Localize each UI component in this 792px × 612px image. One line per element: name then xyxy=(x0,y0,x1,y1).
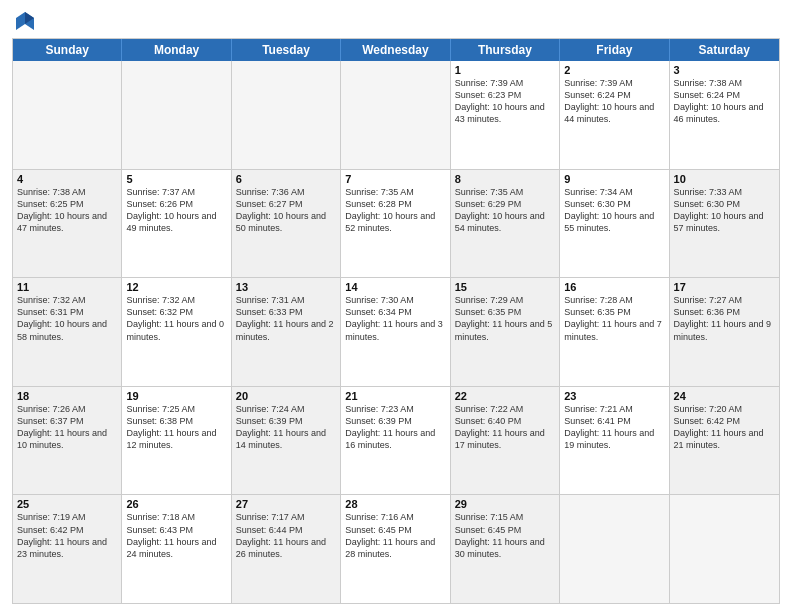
cell-text-r1-c5: Sunrise: 7:34 AM Sunset: 6:30 PM Dayligh… xyxy=(564,186,664,235)
logo-icon xyxy=(16,10,34,32)
cell-text-r3-c2: Sunrise: 7:24 AM Sunset: 6:39 PM Dayligh… xyxy=(236,403,336,452)
calendar-cell-r0-c3 xyxy=(341,61,450,169)
day-number-r1-c2: 6 xyxy=(236,173,336,185)
calendar-cell-r0-c1 xyxy=(122,61,231,169)
day-number-r0-c5: 2 xyxy=(564,64,664,76)
calendar-cell-r3-c3: 21Sunrise: 7:23 AM Sunset: 6:39 PM Dayli… xyxy=(341,387,450,495)
calendar-cell-r4-c6 xyxy=(670,495,779,603)
calendar-cell-r1-c2: 6Sunrise: 7:36 AM Sunset: 6:27 PM Daylig… xyxy=(232,170,341,278)
day-number-r2-c2: 13 xyxy=(236,281,336,293)
cell-text-r1-c2: Sunrise: 7:36 AM Sunset: 6:27 PM Dayligh… xyxy=(236,186,336,235)
day-number-r3-c0: 18 xyxy=(17,390,117,402)
cell-text-r0-c4: Sunrise: 7:39 AM Sunset: 6:23 PM Dayligh… xyxy=(455,77,555,126)
header-saturday: Saturday xyxy=(670,39,779,61)
calendar-cell-r0-c5: 2Sunrise: 7:39 AM Sunset: 6:24 PM Daylig… xyxy=(560,61,669,169)
day-number-r3-c4: 22 xyxy=(455,390,555,402)
day-number-r4-c2: 27 xyxy=(236,498,336,510)
header-tuesday: Tuesday xyxy=(232,39,341,61)
cell-text-r4-c3: Sunrise: 7:16 AM Sunset: 6:45 PM Dayligh… xyxy=(345,511,445,560)
calendar-cell-r2-c4: 15Sunrise: 7:29 AM Sunset: 6:35 PM Dayli… xyxy=(451,278,560,386)
calendar-cell-r3-c4: 22Sunrise: 7:22 AM Sunset: 6:40 PM Dayli… xyxy=(451,387,560,495)
cell-text-r3-c3: Sunrise: 7:23 AM Sunset: 6:39 PM Dayligh… xyxy=(345,403,445,452)
day-number-r4-c1: 26 xyxy=(126,498,226,510)
calendar-cell-r4-c1: 26Sunrise: 7:18 AM Sunset: 6:43 PM Dayli… xyxy=(122,495,231,603)
day-number-r3-c2: 20 xyxy=(236,390,336,402)
cell-text-r0-c6: Sunrise: 7:38 AM Sunset: 6:24 PM Dayligh… xyxy=(674,77,775,126)
calendar-cell-r2-c5: 16Sunrise: 7:28 AM Sunset: 6:35 PM Dayli… xyxy=(560,278,669,386)
calendar: Sunday Monday Tuesday Wednesday Thursday… xyxy=(12,38,780,604)
calendar-cell-r2-c2: 13Sunrise: 7:31 AM Sunset: 6:33 PM Dayli… xyxy=(232,278,341,386)
header-friday: Friday xyxy=(560,39,669,61)
page-container: Sunday Monday Tuesday Wednesday Thursday… xyxy=(0,0,792,612)
day-number-r2-c3: 14 xyxy=(345,281,445,293)
cell-text-r4-c2: Sunrise: 7:17 AM Sunset: 6:44 PM Dayligh… xyxy=(236,511,336,560)
calendar-cell-r4-c0: 25Sunrise: 7:19 AM Sunset: 6:42 PM Dayli… xyxy=(13,495,122,603)
calendar-cell-r3-c5: 23Sunrise: 7:21 AM Sunset: 6:41 PM Dayli… xyxy=(560,387,669,495)
calendar-cell-r0-c0 xyxy=(13,61,122,169)
calendar-cell-r0-c6: 3Sunrise: 7:38 AM Sunset: 6:24 PM Daylig… xyxy=(670,61,779,169)
cell-text-r3-c1: Sunrise: 7:25 AM Sunset: 6:38 PM Dayligh… xyxy=(126,403,226,452)
logo xyxy=(12,10,36,32)
cell-text-r1-c0: Sunrise: 7:38 AM Sunset: 6:25 PM Dayligh… xyxy=(17,186,117,235)
calendar-cell-r0-c2 xyxy=(232,61,341,169)
cell-text-r0-c5: Sunrise: 7:39 AM Sunset: 6:24 PM Dayligh… xyxy=(564,77,664,126)
day-number-r1-c3: 7 xyxy=(345,173,445,185)
cell-text-r4-c1: Sunrise: 7:18 AM Sunset: 6:43 PM Dayligh… xyxy=(126,511,226,560)
cell-text-r2-c2: Sunrise: 7:31 AM Sunset: 6:33 PM Dayligh… xyxy=(236,294,336,343)
header xyxy=(12,10,780,32)
cell-text-r1-c6: Sunrise: 7:33 AM Sunset: 6:30 PM Dayligh… xyxy=(674,186,775,235)
day-number-r4-c4: 29 xyxy=(455,498,555,510)
calendar-cell-r2-c1: 12Sunrise: 7:32 AM Sunset: 6:32 PM Dayli… xyxy=(122,278,231,386)
calendar-cell-r1-c1: 5Sunrise: 7:37 AM Sunset: 6:26 PM Daylig… xyxy=(122,170,231,278)
calendar-cell-r0-c4: 1Sunrise: 7:39 AM Sunset: 6:23 PM Daylig… xyxy=(451,61,560,169)
day-number-r1-c4: 8 xyxy=(455,173,555,185)
day-number-r3-c1: 19 xyxy=(126,390,226,402)
calendar-header: Sunday Monday Tuesday Wednesday Thursday… xyxy=(13,39,779,61)
cell-text-r1-c1: Sunrise: 7:37 AM Sunset: 6:26 PM Dayligh… xyxy=(126,186,226,235)
day-number-r0-c6: 3 xyxy=(674,64,775,76)
day-number-r2-c1: 12 xyxy=(126,281,226,293)
cell-text-r4-c4: Sunrise: 7:15 AM Sunset: 6:45 PM Dayligh… xyxy=(455,511,555,560)
day-number-r0-c4: 1 xyxy=(455,64,555,76)
cell-text-r4-c0: Sunrise: 7:19 AM Sunset: 6:42 PM Dayligh… xyxy=(17,511,117,560)
header-thursday: Thursday xyxy=(451,39,560,61)
cell-text-r3-c6: Sunrise: 7:20 AM Sunset: 6:42 PM Dayligh… xyxy=(674,403,775,452)
calendar-cell-r4-c4: 29Sunrise: 7:15 AM Sunset: 6:45 PM Dayli… xyxy=(451,495,560,603)
day-number-r4-c0: 25 xyxy=(17,498,117,510)
calendar-cell-r1-c3: 7Sunrise: 7:35 AM Sunset: 6:28 PM Daylig… xyxy=(341,170,450,278)
calendar-cell-r3-c1: 19Sunrise: 7:25 AM Sunset: 6:38 PM Dayli… xyxy=(122,387,231,495)
calendar-cell-r3-c0: 18Sunrise: 7:26 AM Sunset: 6:37 PM Dayli… xyxy=(13,387,122,495)
cell-text-r2-c0: Sunrise: 7:32 AM Sunset: 6:31 PM Dayligh… xyxy=(17,294,117,343)
header-monday: Monday xyxy=(122,39,231,61)
calendar-body: 1Sunrise: 7:39 AM Sunset: 6:23 PM Daylig… xyxy=(13,61,779,603)
day-number-r1-c1: 5 xyxy=(126,173,226,185)
calendar-cell-r1-c6: 10Sunrise: 7:33 AM Sunset: 6:30 PM Dayli… xyxy=(670,170,779,278)
cell-text-r3-c4: Sunrise: 7:22 AM Sunset: 6:40 PM Dayligh… xyxy=(455,403,555,452)
day-number-r2-c5: 16 xyxy=(564,281,664,293)
calendar-cell-r1-c0: 4Sunrise: 7:38 AM Sunset: 6:25 PM Daylig… xyxy=(13,170,122,278)
calendar-row-1: 4Sunrise: 7:38 AM Sunset: 6:25 PM Daylig… xyxy=(13,169,779,278)
calendar-cell-r2-c0: 11Sunrise: 7:32 AM Sunset: 6:31 PM Dayli… xyxy=(13,278,122,386)
day-number-r1-c6: 10 xyxy=(674,173,775,185)
calendar-cell-r4-c2: 27Sunrise: 7:17 AM Sunset: 6:44 PM Dayli… xyxy=(232,495,341,603)
cell-text-r2-c4: Sunrise: 7:29 AM Sunset: 6:35 PM Dayligh… xyxy=(455,294,555,343)
cell-text-r3-c5: Sunrise: 7:21 AM Sunset: 6:41 PM Dayligh… xyxy=(564,403,664,452)
day-number-r2-c0: 11 xyxy=(17,281,117,293)
cell-text-r1-c4: Sunrise: 7:35 AM Sunset: 6:29 PM Dayligh… xyxy=(455,186,555,235)
cell-text-r2-c6: Sunrise: 7:27 AM Sunset: 6:36 PM Dayligh… xyxy=(674,294,775,343)
cell-text-r1-c3: Sunrise: 7:35 AM Sunset: 6:28 PM Dayligh… xyxy=(345,186,445,235)
calendar-row-4: 25Sunrise: 7:19 AM Sunset: 6:42 PM Dayli… xyxy=(13,494,779,603)
calendar-cell-r3-c2: 20Sunrise: 7:24 AM Sunset: 6:39 PM Dayli… xyxy=(232,387,341,495)
day-number-r3-c3: 21 xyxy=(345,390,445,402)
cell-text-r3-c0: Sunrise: 7:26 AM Sunset: 6:37 PM Dayligh… xyxy=(17,403,117,452)
day-number-r2-c4: 15 xyxy=(455,281,555,293)
header-sunday: Sunday xyxy=(13,39,122,61)
calendar-cell-r4-c5 xyxy=(560,495,669,603)
cell-text-r2-c3: Sunrise: 7:30 AM Sunset: 6:34 PM Dayligh… xyxy=(345,294,445,343)
calendar-cell-r2-c6: 17Sunrise: 7:27 AM Sunset: 6:36 PM Dayli… xyxy=(670,278,779,386)
header-wednesday: Wednesday xyxy=(341,39,450,61)
calendar-cell-r3-c6: 24Sunrise: 7:20 AM Sunset: 6:42 PM Dayli… xyxy=(670,387,779,495)
calendar-cell-r1-c4: 8Sunrise: 7:35 AM Sunset: 6:29 PM Daylig… xyxy=(451,170,560,278)
calendar-row-2: 11Sunrise: 7:32 AM Sunset: 6:31 PM Dayli… xyxy=(13,277,779,386)
cell-text-r2-c1: Sunrise: 7:32 AM Sunset: 6:32 PM Dayligh… xyxy=(126,294,226,343)
